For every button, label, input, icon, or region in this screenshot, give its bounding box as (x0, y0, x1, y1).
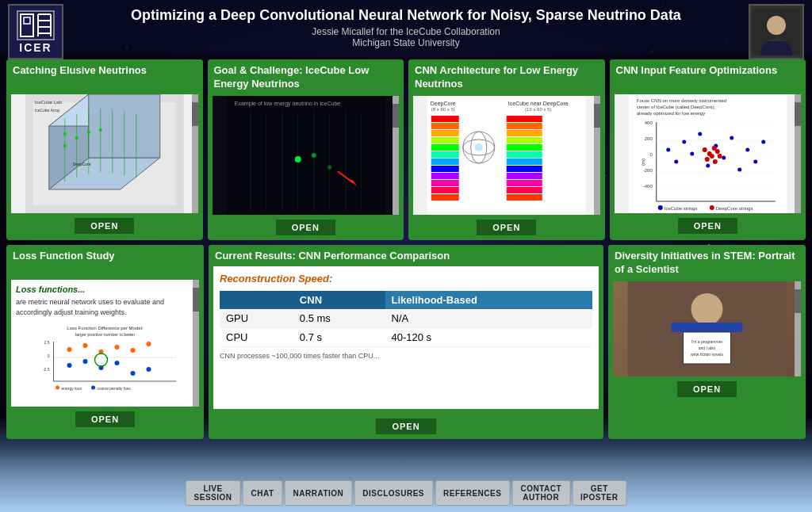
card-catching-content: IceCube Lab IceCube Array DeepCore (11, 94, 198, 213)
loss-function-desc: are metric neural network uses to evalua… (16, 297, 194, 317)
card-loss-open-button[interactable]: OPEN (75, 411, 135, 427)
svg-rect-65 (507, 116, 542, 122)
table-cell: 40-120 s (385, 328, 592, 347)
svg-text:-200: -200 (642, 168, 653, 173)
card-cnn-input-title: CNN Input Feature Optimizations (610, 59, 806, 94)
narration-button[interactable]: NARRATION (285, 480, 353, 506)
svg-rect-2 (24, 17, 30, 24)
contact-author-button[interactable]: CONTACT AUTHOR (511, 480, 570, 506)
svg-point-132 (67, 347, 72, 352)
svg-rect-71 (507, 159, 542, 165)
chat-button[interactable]: CHAT (243, 480, 283, 506)
svg-text:IceCube strings: IceCube strings (664, 206, 697, 211)
svg-text:IceCube near DeepCore: IceCube near DeepCore (508, 101, 569, 107)
live-session-button[interactable]: LIVE SESSION (186, 480, 241, 506)
svg-rect-69 (507, 144, 542, 151)
card-cnn-arch-open-button[interactable]: OPEN (477, 220, 536, 235)
svg-point-108 (745, 148, 749, 152)
card-cnn-input: CNN Input Feature Optimizations Focus CN… (610, 59, 806, 240)
disclosures-button[interactable]: DISCLOSURES (354, 480, 433, 506)
perf-note: CNN processes ~100,000 times faster than… (220, 352, 592, 360)
svg-rect-152 (672, 323, 691, 332)
svg-point-31 (87, 131, 90, 134)
card-catching-open-button[interactable]: OPEN (75, 218, 134, 234)
logo-text: ICER (19, 41, 52, 54)
svg-point-136 (131, 348, 136, 353)
table-header-cnn: CNN (293, 291, 385, 309)
reconstruction-speed-label: Reconstruction Speed: (220, 273, 592, 285)
svg-text:-2.5: -2.5 (43, 367, 50, 372)
table-row: CPU0.7 s40-120 s (220, 328, 592, 347)
card-diversity-content: I'm a programmer and I also write fictio… (613, 281, 801, 376)
svg-point-30 (75, 136, 79, 139)
svg-text:2.5: 2.5 (44, 340, 50, 345)
svg-point-103 (706, 164, 710, 168)
svg-point-150 (691, 293, 723, 325)
card-perf-content: Reconstruction Speed: CNN Likelihood-Bas… (213, 266, 599, 409)
svg-rect-53 (431, 116, 459, 122)
card-cnn-architecture: CNN Architecture for Low Energy Neutrino… (408, 59, 605, 240)
svg-point-106 (730, 136, 733, 140)
svg-point-133 (83, 343, 88, 348)
loss-function-label: Loss functions... (16, 285, 194, 294)
card-cnn-arch-title: CNN Architecture for Low Energy Neutrino… (408, 59, 605, 96)
svg-text:DeepCore: DeepCore (73, 162, 91, 166)
card-perf-open-button[interactable]: OPEN (376, 418, 435, 434)
svg-rect-63 (431, 187, 459, 193)
svg-rect-64 (431, 194, 459, 201)
bottom-toolbar: LIVE SESSION CHAT NARRATION DISCLOSURES … (186, 480, 627, 506)
svg-text:(8 x 60 x 5): (8 x 60 x 5) (431, 107, 455, 112)
svg-point-101 (690, 152, 694, 156)
card-catching-neutrinos: Catching Elusive Neutrinos (6, 59, 203, 240)
svg-point-107 (737, 168, 741, 172)
svg-point-102 (698, 132, 702, 136)
svg-text:(10 x 60 x 5): (10 x 60 x 5) (525, 107, 551, 112)
logo: ICER (8, 4, 63, 59)
svg-text:IceCube Lab: IceCube Lab (35, 100, 63, 105)
card-cnn-input-footer: OPEN (610, 213, 806, 239)
svg-point-109 (753, 160, 757, 164)
card-cnn-input-open-button[interactable]: OPEN (678, 218, 737, 234)
svg-point-119 (657, 205, 662, 210)
svg-point-141 (115, 361, 120, 365)
svg-rect-56 (431, 137, 459, 143)
svg-rect-57 (431, 144, 459, 151)
svg-point-10 (767, 16, 786, 35)
svg-rect-153 (723, 323, 743, 332)
svg-rect-67 (507, 130, 542, 136)
svg-point-80 (475, 143, 483, 151)
svg-rect-76 (507, 194, 542, 201)
svg-text:already optimized for low ener: already optimized for low energy (636, 111, 704, 116)
get-iposter-button[interactable]: GET IPOSTER (572, 480, 626, 506)
svg-text:DeepCore: DeepCore (431, 101, 456, 107)
card-goal-open-button[interactable]: OPEN (276, 220, 335, 235)
svg-rect-60 (431, 166, 459, 172)
svg-point-135 (115, 345, 120, 350)
svg-point-99 (674, 160, 678, 164)
card-diversity-open-button[interactable]: OPEN (677, 381, 737, 397)
card-diversity-title: Diversity Initiatives in STEM: Portrait … (608, 245, 806, 281)
card-goal-challenge: Goal & Challenge: IceCube Low Energy Neu… (208, 59, 404, 240)
svg-point-118 (702, 147, 707, 152)
svg-rect-54 (431, 123, 459, 129)
svg-point-32 (99, 128, 102, 132)
cards-row2: Loss Function Study Loss functions... ar… (0, 245, 812, 444)
svg-rect-66 (507, 123, 542, 129)
svg-point-45 (327, 166, 331, 170)
svg-rect-62 (431, 180, 459, 186)
neutrino-dark-viz: Example of low energy neutrino in IceCub… (213, 96, 400, 215)
references-button[interactable]: REFERENCES (435, 480, 510, 506)
svg-point-145 (56, 386, 59, 390)
table-cell: GPU (220, 309, 293, 328)
svg-text:-400: -400 (642, 184, 653, 189)
cards-row1: Catching Elusive Neutrinos (0, 55, 812, 245)
card-diversity-footer: OPEN (608, 376, 806, 402)
card-catching-title: Catching Elusive Neutrinos (6, 59, 203, 94)
svg-point-115 (717, 154, 722, 159)
performance-table: CNN Likelihood-Based GPU0.5 msN/ACPU0.7 … (220, 291, 592, 347)
card-catching-footer: OPEN (6, 213, 203, 239)
header: ICER Optimizing a Deep Convolutional Neu… (0, 0, 812, 55)
svg-rect-68 (507, 137, 542, 143)
svg-text:cosine penalty loss: cosine penalty loss (98, 386, 132, 391)
svg-point-147 (91, 386, 95, 390)
